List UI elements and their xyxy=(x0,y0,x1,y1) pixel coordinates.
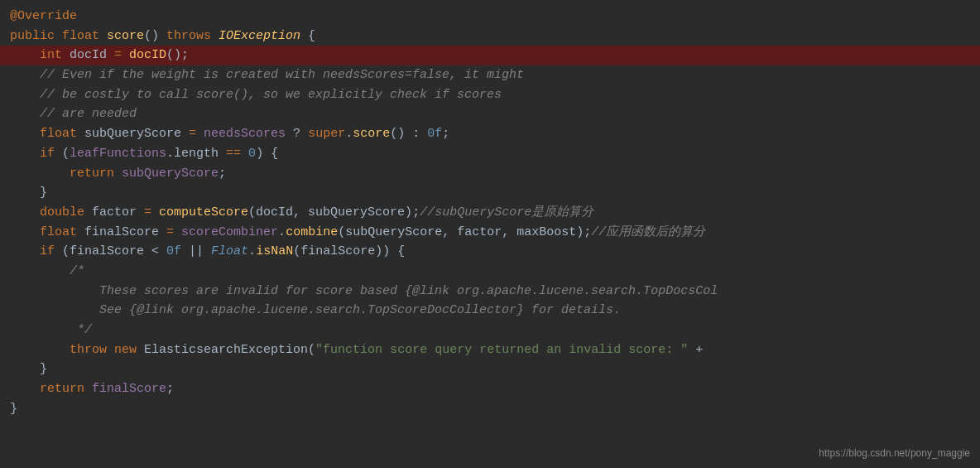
plain-8a: ( xyxy=(62,147,70,161)
code-line-3-highlighted: int docId = docID(); xyxy=(0,46,980,65)
code-line-11: double factor = computeScore(docId, subQ… xyxy=(10,203,980,223)
kw-new: new xyxy=(114,343,144,357)
num-0-8: 0 xyxy=(248,147,256,161)
op-eqeq: == xyxy=(226,147,248,161)
kw-if-13: if xyxy=(40,244,62,258)
plain-12a: . xyxy=(278,225,286,239)
code-line-21: } xyxy=(10,399,980,419)
num-0f-7: 0f xyxy=(427,127,442,141)
kw-throw: throw xyxy=(70,343,114,357)
plain-10: } xyxy=(10,186,47,200)
comment-17: */ xyxy=(10,323,92,337)
plain-20: ; xyxy=(166,382,174,396)
var-leaffunctions: leafFunctions xyxy=(70,147,166,161)
comment-14: /* xyxy=(10,264,84,278)
comment-16: See {@link org.apache.lucene.search.TopS… xyxy=(10,303,621,317)
indent-8 xyxy=(10,147,40,161)
code-line-16: See {@link org.apache.lucene.search.TopS… xyxy=(10,301,980,321)
var-finalscore: finalScore xyxy=(84,225,166,239)
class-exception: ElasticsearchException xyxy=(144,343,308,357)
code-line-5: // be costly to call score(), so we expl… xyxy=(10,85,980,105)
kw-float-7: float xyxy=(40,127,84,141)
code-line-20: return finalScore; xyxy=(10,379,980,399)
method-isnan: isNaN xyxy=(256,244,293,258)
code-line-19: } xyxy=(10,359,980,379)
plain-13c: . xyxy=(248,244,256,258)
plain-19: } xyxy=(10,362,47,376)
var-subqueryscore: subQueryScore xyxy=(84,127,189,141)
plain-13b: || xyxy=(181,244,211,258)
var-scorecombiner: scoreCombiner xyxy=(181,225,278,239)
code-line-13: if (finalScore < 0f || Float.isNaN(final… xyxy=(10,242,980,262)
plain-7c: () : xyxy=(390,127,427,141)
kw-public: public xyxy=(10,29,62,43)
indent-18 xyxy=(10,343,70,357)
kw-float: float xyxy=(62,29,107,43)
kw-float-12: float xyxy=(40,225,84,239)
code-line-2: public float score() throws IOException … xyxy=(10,27,980,46)
op-eq-11: = xyxy=(144,205,159,220)
plain-3b: (); xyxy=(166,48,189,62)
comment-11: //subQueryScore是原始算分 xyxy=(420,205,593,220)
plain-7b: . xyxy=(345,127,353,141)
plain-13a: (finalScore < xyxy=(62,244,166,258)
code-line-17: */ xyxy=(10,321,980,340)
code-line-7: float subQueryScore = needsScores ? supe… xyxy=(10,124,980,144)
comment-4: // Even if the weight is created with ne… xyxy=(10,68,524,82)
method-computescore: computeScore xyxy=(159,205,248,220)
str-18: "function score query returned an invali… xyxy=(315,343,688,357)
plain-7a: ? xyxy=(286,127,308,141)
kw-super: super xyxy=(308,127,345,141)
plain-12b: (subQueryScore, factor, maxBoost); xyxy=(338,225,591,239)
plain-8c: ) { xyxy=(256,147,278,161)
plain-8b: .length xyxy=(166,147,226,161)
code-editor: @Override public float score() throws IO… xyxy=(0,0,980,468)
comment-15: These scores are invalid for score based… xyxy=(10,284,718,298)
watermark: https://blog.csdn.net/pony_maggie xyxy=(819,446,970,461)
plain-9: ; xyxy=(219,166,226,181)
comment-5: // be costly to call score(), so we expl… xyxy=(10,88,502,102)
comment-6: // are needed xyxy=(10,107,137,121)
plain-18a: ( xyxy=(308,343,315,357)
indent-11 xyxy=(10,205,40,220)
num-0f-13: 0f xyxy=(166,244,181,258)
class-ioexception: IOException xyxy=(219,29,300,43)
plain-2b: { xyxy=(300,29,315,43)
code-line-12: float finalScore = scoreCombiner.combine… xyxy=(10,223,980,243)
plain-2a: () xyxy=(144,29,166,43)
op-eq-7: = xyxy=(189,127,204,141)
code-line-6: // are needed xyxy=(10,104,980,124)
code-line-8: if (leafFunctions.length == 0) { xyxy=(10,144,980,164)
plain-13d: (finalScore)) { xyxy=(293,244,405,258)
method-combine: combine xyxy=(286,225,338,239)
code-line-18: throw new ElasticsearchException("functi… xyxy=(10,340,980,360)
method-score: score xyxy=(107,29,144,43)
kw-double: double xyxy=(40,205,92,220)
op-eq: = xyxy=(114,48,129,62)
plain-21: } xyxy=(10,402,17,416)
code-line-15: These scores are invalid for score based… xyxy=(10,282,980,302)
indent-13 xyxy=(10,244,40,258)
indent-20 xyxy=(10,382,40,396)
comment-12: //应用函数后的算分 xyxy=(591,225,705,239)
kw-throws: throws xyxy=(166,29,219,43)
var-factor: factor xyxy=(92,205,144,220)
indent-9 xyxy=(10,166,70,181)
indent-7 xyxy=(10,127,40,141)
var-subqueryscore-9: subQueryScore xyxy=(122,166,219,181)
kw-if-8: if xyxy=(40,147,62,161)
indent-12 xyxy=(10,225,40,239)
annotation-override: @Override xyxy=(10,9,77,23)
plain-3indent xyxy=(10,48,40,62)
kw-return-20: return xyxy=(40,382,92,396)
op-eq-12: = xyxy=(166,225,181,239)
code-line-10: } xyxy=(10,183,980,203)
kw-int: int xyxy=(40,48,70,62)
var-needsscores: needsScores xyxy=(204,127,286,141)
method-score-7: score xyxy=(353,127,390,141)
class-float: Float xyxy=(211,244,248,258)
code-line-9: return subQueryScore; xyxy=(10,164,980,184)
kw-return-9: return xyxy=(70,166,122,181)
var-docid: docId xyxy=(70,48,114,62)
code-line-14: /* xyxy=(10,262,980,282)
